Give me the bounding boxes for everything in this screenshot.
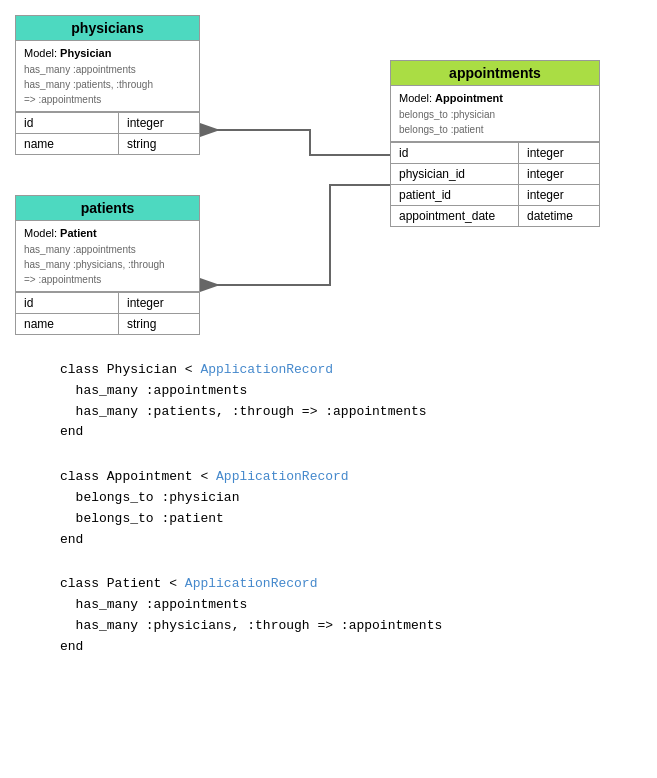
patients-col-id-name: id [16, 293, 119, 313]
patients-rel1: has_many :appointments [24, 242, 191, 257]
appointments-row-id: id integer [391, 142, 599, 163]
appointments-col-phys-type: integer [519, 164, 599, 184]
physicians-col-id-name: id [16, 113, 119, 133]
code-patient-line2: has_many :appointments [60, 595, 597, 616]
appointments-col-id-type: integer [519, 143, 599, 163]
code-patient-line1: class Patient < ApplicationRecord [60, 574, 597, 595]
appointments-col-pat-type: integer [519, 185, 599, 205]
patients-model: Model: Patient [24, 225, 191, 242]
code-appointment-line4: end [60, 530, 597, 551]
appointments-row-date: appointment_date datetime [391, 205, 599, 226]
patients-row-name: name string [16, 313, 199, 334]
code-physician-line3: has_many :patients, :through => :appoint… [60, 402, 597, 423]
appointments-rel2: belongs_to :patient [399, 122, 591, 137]
arrow-patient [200, 185, 390, 285]
patients-row-id: id integer [16, 292, 199, 313]
appointments-col-id-name: id [391, 143, 519, 163]
code-patient-line4: end [60, 637, 597, 658]
appointments-col-phys-name: physician_id [391, 164, 519, 184]
code-physician-line1: class Physician < ApplicationRecord [60, 360, 597, 381]
appointments-entity: appointments Model: Appointment belongs_… [390, 60, 600, 227]
arrow-physician [200, 130, 390, 155]
physicians-header: physicians [16, 16, 199, 41]
code-patient-line3: has_many :physicians, :through => :appoi… [60, 616, 597, 637]
physicians-col-id-type: integer [119, 113, 199, 133]
physicians-rel1: has_many :appointments [24, 62, 191, 77]
appointments-col-date-type: datetime [519, 206, 599, 226]
code-physician-line4: end [60, 422, 597, 443]
patients-rel2: has_many :physicians, :through [24, 257, 191, 272]
code-section: class Physician < ApplicationRecord has_… [0, 340, 657, 702]
physicians-model: Model: Physician [24, 45, 191, 62]
patients-rel3: => :appointments [24, 272, 191, 287]
physicians-col-name-type: string [119, 134, 199, 154]
appointments-rel1: belongs_to :physician [399, 107, 591, 122]
diagram-area: physicians Model: Physician has_many :ap… [0, 0, 657, 340]
code-block-physician: class Physician < ApplicationRecord has_… [60, 360, 597, 443]
patients-col-id-type: integer [119, 293, 199, 313]
code-block-appointment: class Appointment < ApplicationRecord be… [60, 467, 597, 550]
appointments-row-patient-id: patient_id integer [391, 184, 599, 205]
physicians-rel2: has_many :patients, :through [24, 77, 191, 92]
appointments-header: appointments [391, 61, 599, 86]
physicians-row-name: name string [16, 133, 199, 154]
patients-header: patients [16, 196, 199, 221]
physicians-col-name-name: name [16, 134, 119, 154]
physicians-info: Model: Physician has_many :appointments … [16, 41, 199, 112]
appointments-col-pat-name: patient_id [391, 185, 519, 205]
code-appointment-line1: class Appointment < ApplicationRecord [60, 467, 597, 488]
code-physician-line2: has_many :appointments [60, 381, 597, 402]
patients-entity: patients Model: Patient has_many :appoin… [15, 195, 200, 335]
physicians-rel3: => :appointments [24, 92, 191, 107]
appointments-row-physician-id: physician_id integer [391, 163, 599, 184]
physicians-row-id: id integer [16, 112, 199, 133]
appointments-info: Model: Appointment belongs_to :physician… [391, 86, 599, 142]
appointments-model: Model: Appointment [399, 90, 591, 107]
appointments-col-date-name: appointment_date [391, 206, 519, 226]
code-appointment-line3: belongs_to :patient [60, 509, 597, 530]
code-block-patient: class Patient < ApplicationRecord has_ma… [60, 574, 597, 657]
patients-col-name-name: name [16, 314, 119, 334]
physicians-entity: physicians Model: Physician has_many :ap… [15, 15, 200, 155]
patients-col-name-type: string [119, 314, 199, 334]
code-appointment-line2: belongs_to :physician [60, 488, 597, 509]
patients-info: Model: Patient has_many :appointments ha… [16, 221, 199, 292]
